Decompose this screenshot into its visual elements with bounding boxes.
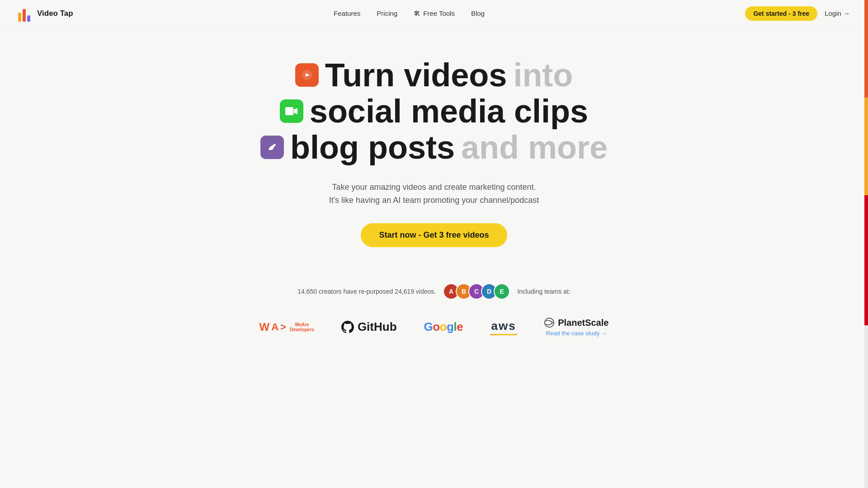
tools-icon: 🛠: [414, 9, 420, 17]
logo-icon: [18, 5, 33, 22]
including-text: Including teams at:: [517, 288, 571, 295]
logo-bar-3: [27, 15, 30, 22]
hero-text-into: into: [513, 59, 573, 91]
hero-text-blog-posts: blog posts: [290, 131, 455, 164]
hero-text-turn-videos: Turn videos: [325, 59, 507, 91]
logo[interactable]: Video Tap: [18, 5, 73, 22]
get-started-button[interactable]: Get started - 3 free: [745, 6, 817, 21]
hero-heading: Turn videos into social media clips blog…: [260, 59, 608, 167]
logo-bar-2: [23, 9, 26, 22]
avatar-5: E: [494, 283, 510, 300]
pencil-icon-badge: [260, 136, 284, 159]
nav-blog[interactable]: Blog: [471, 9, 485, 17]
nav-free-tools[interactable]: 🛠 Free Tools: [414, 9, 455, 17]
logo-google: Google: [424, 320, 463, 334]
nav-links: Features Pricing 🛠 Free Tools Blog: [334, 9, 485, 17]
logo-wearedevelopers: W A > WeAre Developers: [259, 321, 314, 333]
scrollbar-track[interactable]: [864, 0, 868, 488]
logo-planetscale: PlanetScale Read the case study →: [544, 318, 609, 337]
login-button[interactable]: Login →: [825, 9, 850, 17]
nav-features[interactable]: Features: [334, 9, 360, 17]
video-icon-badge: [280, 99, 303, 123]
hero-cta-button[interactable]: Start now - Get 3 free videos: [361, 223, 507, 247]
hero-section: Turn videos into social media clips blog…: [0, 27, 868, 368]
nav-actions: Get started - 3 free Login →: [745, 6, 850, 21]
logo-aws: aws: [490, 319, 517, 335]
brand-name: Video Tap: [37, 9, 73, 18]
creators-row: 14,650 creators have re-purposed 24,619 …: [297, 283, 570, 300]
hero-line-3: blog posts and more: [260, 131, 608, 164]
scrollbar-thumb: [864, 0, 868, 325]
social-proof: 14,650 creators have re-purposed 24,619 …: [259, 274, 609, 355]
planetscale-name: PlanetScale: [558, 318, 609, 328]
hero-line-2: social media clips: [260, 95, 608, 127]
planetscale-logo-icon: [544, 318, 554, 328]
hero-text-and-more: and more: [461, 131, 608, 164]
youtube-icon-badge: [295, 63, 319, 87]
svg-rect-2: [285, 107, 293, 115]
planetscale-case-study-link[interactable]: Read the case study →: [546, 330, 607, 337]
avatars: A B C D E: [443, 283, 510, 300]
logo-bar-1: [18, 13, 21, 22]
nav-pricing[interactable]: Pricing: [377, 9, 397, 17]
hero-text-social-media-clips: social media clips: [310, 95, 588, 127]
logos-row: W A > WeAre Developers GitHub: [259, 309, 609, 346]
creator-stat: 14,650 creators have re-purposed 24,619 …: [297, 288, 436, 295]
hero-line-1: Turn videos into: [260, 59, 608, 91]
navbar: Video Tap Features Pricing 🛠 Free Tools …: [0, 0, 868, 27]
logo-github: GitHub: [341, 320, 397, 334]
hero-subtitle: Take your amazing videos and create mark…: [329, 181, 539, 207]
